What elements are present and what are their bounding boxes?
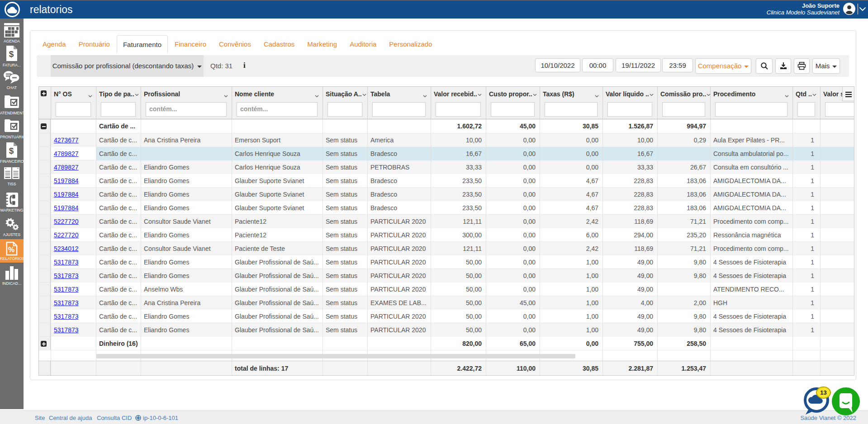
- svg-text:$: $: [9, 146, 14, 155]
- svg-text:%: %: [8, 246, 14, 254]
- svg-text:$: $: [9, 49, 14, 59]
